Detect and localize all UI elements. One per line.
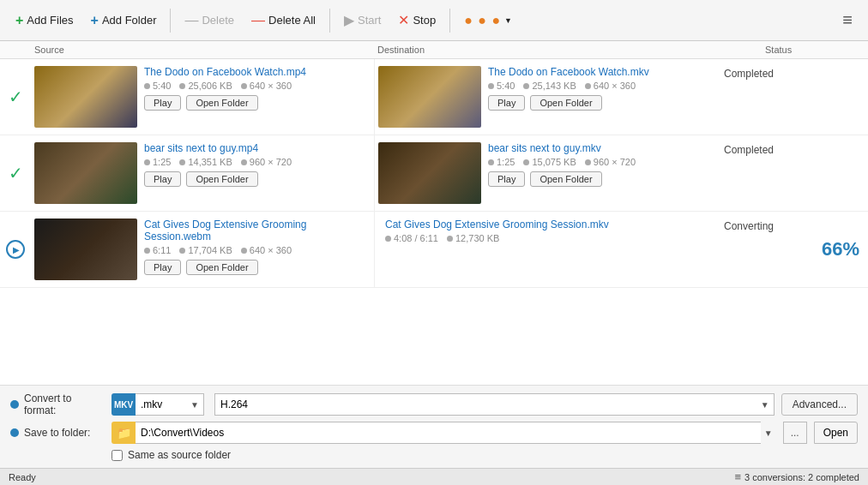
source-play-button-2[interactable]: Play [144, 171, 181, 187]
folder-open-button[interactable]: Open [814, 422, 858, 444]
delete-button[interactable]: — Delete [178, 9, 241, 32]
source-thumb-wrapper-1: The Dodo on Facebook Watch.mp4 5:40 25,6… [34, 66, 367, 128]
toolbar: + Add Files + Add Folder — Delete — Dele… [0, 0, 868, 41]
format-select-group: MKV .mkv .mp4 .avi ▼ [112, 393, 204, 416]
dest-filename-2: bear sits next to guy.mkv [488, 142, 710, 154]
dest-meta-1: 5:40 25,143 KB 640 × 360 [488, 81, 710, 91]
source-thumb-wrapper-2: bear sits next to guy.mp4 1:25 14,351 KB… [34, 142, 367, 204]
source-cell-3: Cat Gives Dog Extensive Grooming Session… [31, 212, 374, 287]
status-column-header: Status [765, 45, 868, 55]
status-cell-2: Completed [717, 135, 820, 211]
convert-dot [10, 400, 19, 409]
folder-dropdown-arrow: ▼ [764, 428, 773, 438]
source-thumb-wrapper-3: Cat Gives Dog Extensive Grooming Session… [34, 219, 367, 280]
source-open-folder-button-2[interactable]: Open Folder [186, 171, 257, 187]
dest-duration-2: 1:25 [488, 157, 515, 167]
status-cell-1: Completed [717, 59, 820, 135]
status-cell-3: Converting [717, 212, 820, 287]
source-size-3: 17,704 KB [179, 245, 232, 255]
codec-select[interactable]: H.264 H.265 VP9 [214, 393, 775, 416]
same-as-source-checkbox[interactable] [112, 450, 123, 461]
delete-all-icon: — [251, 13, 265, 28]
source-dims-1: 640 × 360 [241, 81, 292, 91]
row-status-icon-1: ✓ [0, 59, 31, 135]
source-filename-2: bear sits next to guy.mp4 [144, 142, 367, 154]
separator-1 [170, 9, 171, 33]
dest-thumb-wrapper-1: The Dodo on Facebook Watch.mkv 5:40 25,1… [378, 66, 710, 128]
delete-icon: — [184, 13, 198, 28]
hamburger-icon: ≡ [842, 10, 853, 30]
add-files-label: Add Files [27, 14, 73, 27]
source-dims-3: 640 × 360 [241, 245, 292, 255]
dots-icon: ● ● ● [464, 13, 501, 28]
table-row: ✓ The Dodo on Facebook Watch.mp4 5:40 25… [0, 59, 868, 135]
dest-open-folder-button-1[interactable]: Open Folder [530, 95, 601, 111]
dest-open-folder-button-2[interactable]: Open Folder [530, 171, 601, 187]
delete-all-button[interactable]: — Delete All [244, 9, 322, 32]
dest-play-button-2[interactable]: Play [488, 171, 525, 187]
delete-all-label: Delete All [268, 14, 316, 27]
start-button[interactable]: ▶ Start [337, 9, 388, 32]
folder-browse-button[interactable]: ... [783, 422, 807, 444]
row-status-icon-3: ▶ [0, 212, 31, 287]
source-actions-3: Play Open Folder [144, 260, 367, 275]
source-size-1: 25,606 KB [179, 81, 232, 91]
source-open-folder-button-1[interactable]: Open Folder [186, 95, 257, 111]
check-icon: ✓ [9, 87, 23, 107]
source-cell-1: The Dodo on Facebook Watch.mp4 5:40 25,6… [31, 59, 374, 135]
stop-button[interactable]: ✕ Stop [391, 9, 443, 32]
source-duration-2: 1:25 [144, 157, 171, 167]
source-thumbnail-2 [34, 142, 137, 204]
source-thumbnail-3 [34, 219, 137, 280]
source-play-button-3[interactable]: Play [144, 260, 181, 275]
dest-thumb-wrapper-2: bear sits next to guy.mkv 1:25 15,075 KB… [378, 142, 710, 204]
source-filename-1: The Dodo on Facebook Watch.mp4 [144, 66, 367, 78]
toolbar-right: ≡ [835, 7, 859, 33]
dest-cell-3: Cat Gives Dog Extensive Grooming Session… [374, 212, 717, 287]
source-thumbnail-1 [34, 66, 137, 128]
dest-duration-1: 5:40 [488, 81, 515, 91]
dest-size-2: 15,075 KB [523, 157, 576, 167]
delete-label: Delete [202, 14, 234, 27]
dest-thumb-wrapper-3: Cat Gives Dog Extensive Grooming Session… [378, 219, 710, 243]
table-row: ✓ bear sits next to guy.mp4 1:25 14,351 … [0, 135, 868, 212]
items-list: ✓ The Dodo on Facebook Watch.mp4 5:40 25… [0, 59, 868, 385]
source-play-button-1[interactable]: Play [144, 95, 181, 111]
status-right: ≡ 3 conversions: 2 completed [734, 470, 859, 483]
folder-path-input[interactable] [136, 422, 761, 444]
add-folder-label: Add Folder [102, 14, 157, 27]
dest-cell-1: The Dodo on Facebook Watch.mkv 5:40 25,1… [374, 59, 717, 135]
format-select[interactable]: .mkv .mp4 .avi [136, 393, 204, 416]
progress-percentage: 66% [822, 238, 859, 260]
add-folder-icon: + [91, 13, 99, 28]
add-folder-button[interactable]: + Add Folder [84, 9, 164, 32]
advanced-button[interactable]: Advanced... [781, 393, 858, 416]
dest-play-button-1[interactable]: Play [488, 95, 525, 111]
format-select-wrapper: .mkv .mp4 .avi ▼ [136, 393, 204, 416]
convert-label: Convert to format: [10, 392, 105, 416]
source-dims-2: 960 × 720 [241, 157, 292, 167]
source-info-3: Cat Gives Dog Extensive Grooming Session… [144, 219, 367, 280]
dest-meta-2: 1:25 15,075 KB 960 × 720 [488, 157, 710, 167]
separator-3 [449, 9, 450, 33]
dest-filename-1: The Dodo on Facebook Watch.mkv [488, 66, 710, 78]
dest-info-2: bear sits next to guy.mkv 1:25 15,075 KB… [488, 142, 710, 204]
save-dot [10, 428, 19, 437]
dest-actions-2: Play Open Folder [488, 171, 710, 187]
source-meta-2: 1:25 14,351 KB 960 × 720 [144, 157, 367, 167]
same-as-source-label[interactable]: Same as source folder [128, 449, 231, 461]
folder-setting-row: Save to folder: 📁 ▼ ... Open [10, 422, 858, 444]
conversions-status: 3 conversions: 2 completed [744, 472, 859, 482]
start-label: Start [358, 14, 381, 27]
more-options-button[interactable]: ● ● ● ▼ [457, 9, 519, 32]
source-open-folder-button-3[interactable]: Open Folder [186, 260, 257, 275]
row-status-icon-2: ✓ [0, 135, 31, 211]
check-icon-2: ✓ [9, 163, 23, 183]
add-files-button[interactable]: + Add Files [9, 9, 81, 32]
folder-input-group: 📁 ▼ [112, 422, 776, 444]
dest-dims-2: 960 × 720 [585, 157, 636, 167]
hamburger-menu-button[interactable]: ≡ [835, 7, 859, 33]
play-circle-icon: ▶ [6, 240, 25, 259]
list-icon: ≡ [734, 470, 741, 483]
source-duration-3: 6:11 [144, 245, 171, 255]
